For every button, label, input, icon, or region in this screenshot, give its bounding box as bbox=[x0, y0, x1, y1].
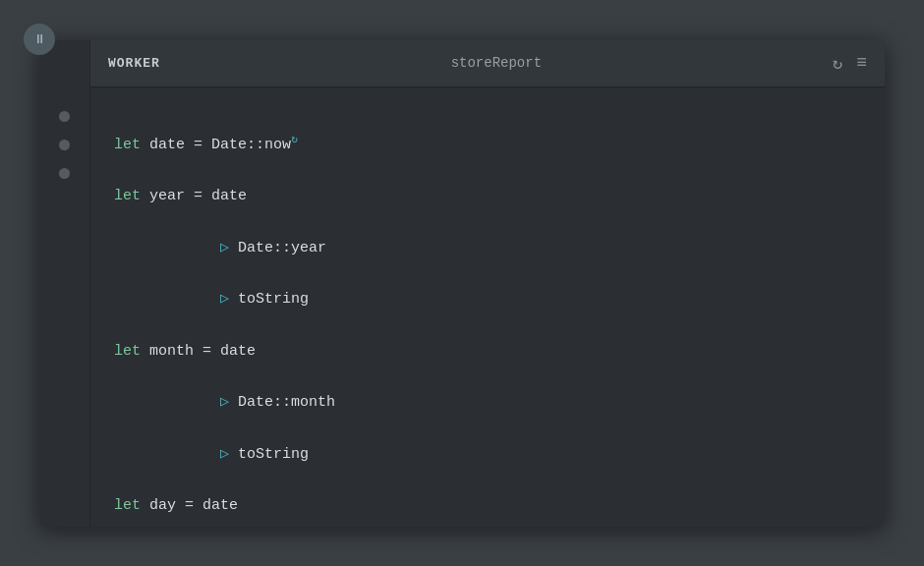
pause-icon: ⏸ bbox=[33, 32, 46, 47]
code-text: toString bbox=[229, 446, 309, 463]
code-text bbox=[114, 291, 220, 308]
toolbar: WORKER storeReport ↺ ≡ bbox=[90, 40, 885, 87]
arrow-icon: ▷ bbox=[220, 291, 229, 308]
code-text: toString bbox=[229, 291, 309, 308]
code-text: month = date bbox=[141, 343, 256, 360]
code-line: let date = Date::now↺ bbox=[114, 105, 861, 159]
toolbar-left: WORKER bbox=[108, 54, 160, 72]
refresh-icon[interactable]: ↺ bbox=[833, 53, 842, 74]
code-text: Date::month bbox=[229, 394, 335, 411]
worker-label: WORKER bbox=[108, 56, 160, 71]
arrow-icon: ▷ bbox=[220, 394, 229, 411]
menu-icon[interactable]: ≡ bbox=[856, 53, 867, 73]
code-text bbox=[114, 394, 220, 411]
keyword: let bbox=[114, 188, 141, 204]
code-text: Date::year bbox=[229, 240, 326, 256]
code-line: ▷ Date::month bbox=[114, 365, 861, 417]
sidebar-dot-1 bbox=[59, 111, 70, 122]
code-text: day = date bbox=[141, 497, 238, 514]
arrow-icon: ▷ bbox=[220, 446, 229, 463]
keyword: let bbox=[114, 137, 141, 153]
toolbar-right: ↺ ≡ bbox=[833, 53, 867, 74]
code-text: date = Date::now bbox=[141, 137, 291, 153]
code-text bbox=[114, 240, 220, 256]
sidebar bbox=[39, 40, 90, 527]
pause-button[interactable]: ⏸ bbox=[24, 24, 55, 55]
sidebar-dot-3 bbox=[59, 168, 70, 179]
toolbar-center: storeReport bbox=[451, 54, 542, 72]
arrow-icon: ▷ bbox=[220, 240, 229, 256]
code-line: ▷ toString bbox=[114, 261, 861, 313]
code-line: ▷ Date::day bbox=[114, 520, 861, 527]
code-text bbox=[114, 446, 220, 463]
window-title: storeReport bbox=[451, 55, 542, 71]
code-line: ▷ Date::year bbox=[114, 210, 861, 262]
keyword: let bbox=[114, 343, 141, 360]
main-window: WORKER storeReport ↺ ≡ let date = Date::… bbox=[39, 40, 885, 527]
sidebar-dot-2 bbox=[59, 140, 70, 150]
code-line: let month = date bbox=[114, 313, 861, 366]
code-area: let date = Date::now↺ let year = date ▷ … bbox=[90, 87, 885, 527]
code-line: ▷ toString bbox=[114, 417, 861, 469]
code-text: year = date bbox=[141, 188, 247, 204]
code-line: let year = date bbox=[114, 158, 861, 210]
keyword: let bbox=[114, 497, 141, 514]
code-line: let day = date bbox=[114, 468, 861, 520]
refresh-superscript: ↺ bbox=[291, 131, 298, 149]
